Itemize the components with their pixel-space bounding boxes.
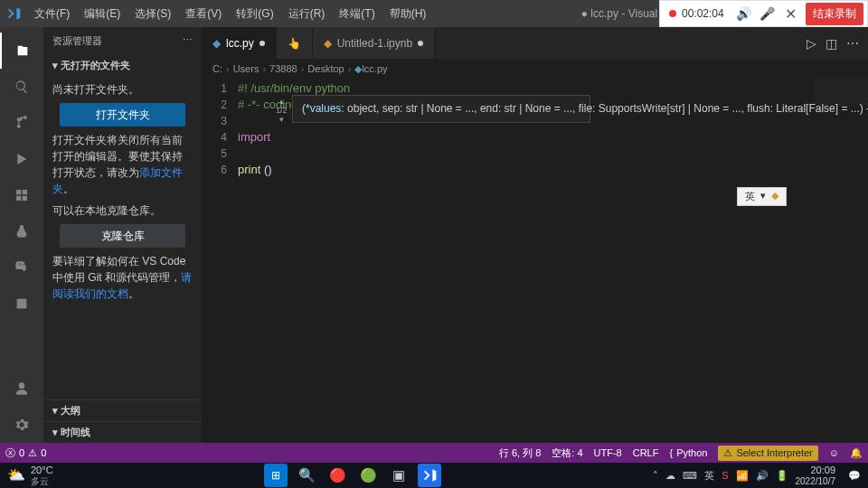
activity-account[interactable] bbox=[0, 371, 43, 407]
explorer-header: 资源管理器 ⋯ bbox=[43, 27, 202, 55]
taskbar-chrome-icon[interactable]: 🔴 bbox=[326, 464, 349, 487]
signature-tooltip: (*values: object, sep: str | None = ...,… bbox=[292, 95, 590, 123]
menu-goto[interactable]: 转到(G) bbox=[229, 6, 280, 22]
activity-debug[interactable] bbox=[0, 141, 43, 177]
taskbar-search-icon[interactable]: 🔍 bbox=[295, 464, 318, 487]
tab-lcc-py[interactable]: ◆ lcc.py bbox=[202, 27, 277, 59]
status-spaces[interactable]: 空格: 4 bbox=[552, 446, 582, 460]
mic-icon[interactable]: 🎤 bbox=[755, 6, 778, 21]
activity-bar bbox=[0, 27, 43, 443]
status-feedback-icon[interactable]: ☺ bbox=[829, 447, 839, 458]
menu-run[interactable]: 运行(R) bbox=[281, 6, 333, 22]
unsaved-dot-icon bbox=[259, 41, 265, 46]
weather-icon: ⛅ bbox=[7, 467, 25, 483]
code-lines[interactable]: #! /usr/bin/env python # -*- coding: UTF… bbox=[238, 80, 868, 443]
more-actions-icon[interactable]: ⋯ bbox=[846, 36, 859, 51]
tab-cursor[interactable]: 👆 bbox=[277, 27, 313, 59]
activity-python[interactable] bbox=[0, 249, 43, 286]
clone-info-text: 可以在本地克隆仓库。 bbox=[52, 202, 193, 219]
status-language[interactable]: { Python bbox=[669, 447, 707, 458]
tray-notifications-icon[interactable]: 💬 bbox=[848, 470, 861, 482]
explorer-title: 资源管理器 bbox=[52, 34, 102, 48]
line-gutter: 123456 bbox=[202, 80, 238, 443]
breadcrumb[interactable]: C:› Users› 73888› Desktop› ◆ lcc.py bbox=[202, 59, 868, 79]
taskbar-clock[interactable]: 20:09 2022/10/7 bbox=[796, 465, 842, 485]
section-outline[interactable]: 大纲 bbox=[43, 399, 202, 421]
status-problems[interactable]: ⓧ0 ⚠0 bbox=[5, 446, 46, 460]
activity-settings[interactable] bbox=[0, 407, 43, 443]
git-info-text: 要详细了解如何在 VS Code 中使用 Git 和源代码管理，请阅读我们的文档… bbox=[52, 253, 193, 302]
tray-app-icon[interactable]: S bbox=[722, 470, 728, 481]
activity-explorer[interactable] bbox=[0, 33, 43, 69]
clone-repo-button[interactable]: 克隆仓库 bbox=[60, 224, 186, 248]
record-dot-icon bbox=[669, 10, 676, 17]
menu-help[interactable]: 帮助(H) bbox=[382, 6, 434, 22]
open-info-text: 打开文件夹将关闭所有当前打开的编辑器。要使其保持打开状态，请改为添加文件夹。 bbox=[52, 132, 193, 197]
open-folder-button[interactable]: 打开文件夹 bbox=[60, 103, 186, 127]
activity-other[interactable] bbox=[0, 286, 43, 322]
recording-bar: 00:02:04 🔊 🎤 ✕ 结束录制 bbox=[659, 0, 868, 27]
unsaved-dot-icon bbox=[418, 41, 423, 46]
taskbar-tray: ˄ ☁ ⌨ 英 S 📶 🔊 🔋 20:09 2022/10/7 💬 bbox=[646, 465, 868, 485]
activity-testing[interactable] bbox=[0, 213, 43, 249]
start-button[interactable]: ⊞ bbox=[264, 464, 288, 487]
status-eol[interactable]: CRLF bbox=[633, 447, 659, 458]
tray-chevron-icon[interactable]: ˄ bbox=[653, 470, 658, 482]
ime-indicator[interactable]: 英▾◆ bbox=[737, 187, 787, 206]
signature-nav[interactable]: ▴1/2▾ bbox=[276, 97, 288, 124]
activity-search[interactable] bbox=[0, 69, 43, 105]
no-folder-text: 尚未打开文件夹。 bbox=[52, 81, 193, 98]
editor-actions: ▷ ◫ ⋯ bbox=[797, 27, 868, 59]
menu-bar: 文件(F) 编辑(E) 选择(S) 查看(V) 转到(G) 运行(R) 终端(T… bbox=[27, 6, 433, 22]
tray-keyboard-icon[interactable]: ⌨ bbox=[683, 470, 697, 482]
tray-wifi-icon[interactable]: 📶 bbox=[736, 470, 749, 482]
status-ln-col[interactable]: 行 6, 列 8 bbox=[499, 446, 541, 460]
tab-untitled-ipynb[interactable]: ◆ Untitled-1.ipynb bbox=[313, 27, 435, 59]
warning-icon: ⚠ bbox=[28, 447, 37, 459]
taskbar-terminal-icon[interactable]: ▣ bbox=[387, 464, 410, 487]
volume-icon[interactable]: 🔊 bbox=[731, 6, 755, 21]
main-area: 资源管理器 ⋯ 无打开的文件夹 尚未打开文件夹。 打开文件夹 打开文件夹将关闭所… bbox=[0, 27, 868, 443]
explorer-more-icon[interactable]: ⋯ bbox=[183, 34, 193, 48]
record-time: 00:02:04 bbox=[682, 7, 731, 20]
explorer-body: 尚未打开文件夹。 打开文件夹 打开文件夹将关闭所有当前打开的编辑器。要使其保持打… bbox=[43, 76, 202, 313]
menu-terminal[interactable]: 终端(T) bbox=[332, 6, 382, 22]
python-file-icon: ◆ bbox=[212, 37, 221, 50]
taskbar-vscode-icon[interactable] bbox=[418, 464, 441, 487]
run-file-icon[interactable]: ▷ bbox=[807, 36, 816, 51]
status-bar: ⓧ0 ⚠0 行 6, 列 8 空格: 4 UTF-8 CRLF { Python… bbox=[0, 443, 868, 463]
notebook-file-icon: ◆ bbox=[324, 37, 332, 50]
activity-extensions[interactable] bbox=[0, 177, 43, 213]
error-icon: ⓧ bbox=[5, 446, 15, 460]
explorer-sidebar: 资源管理器 ⋯ 无打开的文件夹 尚未打开文件夹。 打开文件夹 打开文件夹将关闭所… bbox=[43, 27, 202, 443]
status-encoding[interactable]: UTF-8 bbox=[594, 447, 622, 458]
taskbar-edge-icon[interactable]: 🟢 bbox=[356, 464, 380, 487]
editor-area: ◆ lcc.py 👆 ◆ Untitled-1.ipynb ▷ ◫ ⋯ C:› … bbox=[202, 27, 868, 443]
tray-onedrive-icon[interactable]: ☁ bbox=[665, 470, 675, 482]
vscode-logo bbox=[0, 6, 27, 21]
status-bell-icon[interactable]: 🔔 bbox=[850, 447, 863, 459]
close-record-icon[interactable]: ✕ bbox=[778, 5, 802, 23]
tray-volume-icon[interactable]: 🔊 bbox=[756, 470, 769, 482]
taskbar-center: ⊞ 🔍 🔴 🟢 ▣ bbox=[61, 464, 646, 487]
split-editor-icon[interactable]: ◫ bbox=[826, 36, 837, 51]
tray-lang[interactable]: 英 bbox=[704, 469, 714, 483]
tray-battery-icon[interactable]: 🔋 bbox=[776, 470, 788, 482]
activity-scm[interactable] bbox=[0, 105, 43, 141]
menu-file[interactable]: 文件(F) bbox=[27, 6, 77, 22]
menu-select[interactable]: 选择(S) bbox=[127, 6, 178, 22]
menu-view[interactable]: 查看(V) bbox=[178, 6, 229, 22]
section-timeline[interactable]: 时间线 bbox=[43, 421, 202, 443]
status-interpreter[interactable]: ⚠ Select Interpreter bbox=[718, 446, 817, 461]
menu-edit[interactable]: 编辑(E) bbox=[77, 6, 127, 22]
taskbar-weather[interactable]: ⛅ 20°C多云 bbox=[0, 465, 61, 485]
section-no-folder[interactable]: 无打开的文件夹 bbox=[43, 55, 202, 76]
editor-tabs: ◆ lcc.py 👆 ◆ Untitled-1.ipynb ▷ ◫ ⋯ bbox=[202, 27, 868, 59]
stop-record-button[interactable]: 结束录制 bbox=[806, 3, 863, 25]
code-editor[interactable]: 123456 #! /usr/bin/env python # -*- codi… bbox=[202, 79, 868, 443]
windows-taskbar: ⛅ 20°C多云 ⊞ 🔍 🔴 🟢 ▣ ˄ ☁ ⌨ 英 S 📶 🔊 🔋 20:09… bbox=[0, 463, 868, 488]
